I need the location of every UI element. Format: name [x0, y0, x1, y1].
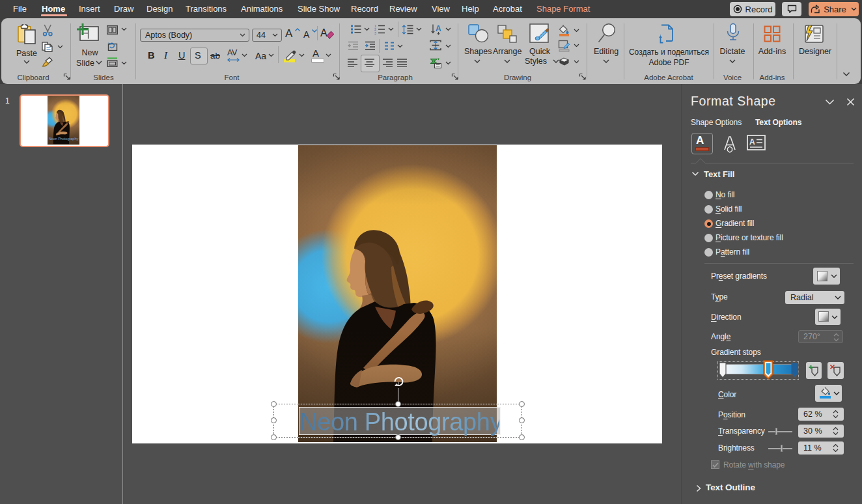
svg-text:Neon Photography: Neon Photography [49, 137, 79, 141]
svg-text:A: A [436, 24, 441, 33]
svg-text:A: A [749, 137, 755, 147]
svg-text:3: 3 [374, 31, 376, 35]
